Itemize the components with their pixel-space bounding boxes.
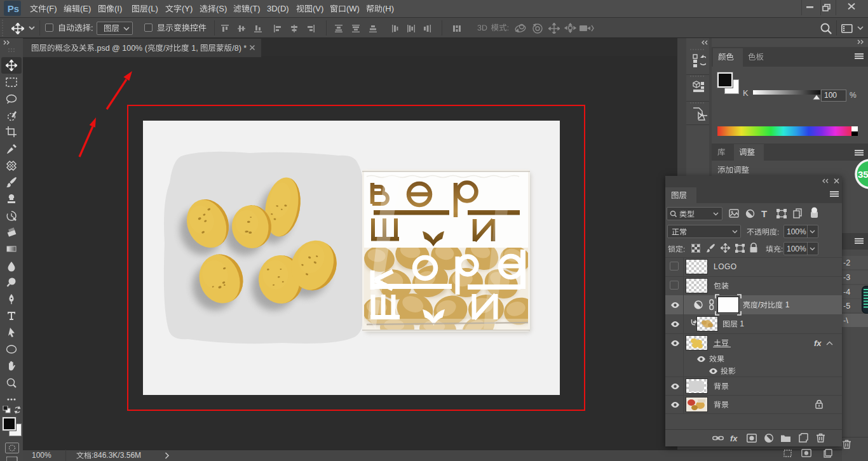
svg-text:35: 35 xyxy=(858,169,868,180)
